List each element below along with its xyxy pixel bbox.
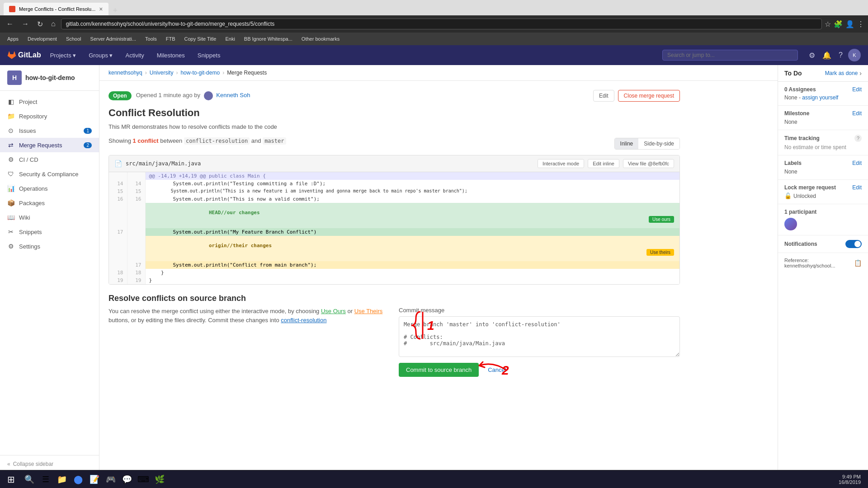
merge-requests-icon: ⇄ [7,141,14,149]
interactive-mode-button[interactable]: Interactive mode [538,159,584,168]
commit-to-source-button[interactable]: Commit to source branch [399,363,479,377]
breadcrumb-sep-3: › [222,70,224,76]
taskbar-git-icon[interactable]: 🌿 [152,472,167,473]
gitlab-logo[interactable]: GitLab [7,51,41,60]
bookmark-server-admin[interactable]: Server Administrati... [87,35,140,42]
use-ours-button[interactable]: Use ours [649,216,674,223]
sidebar-item-security-label: Security & Compliance [19,171,79,178]
active-tab[interactable]: Merge Conflicts - Conflict Resolu... × [4,3,108,15]
diff-file-name: src/main/java/Main.java [126,160,201,167]
nav-groups[interactable]: Groups ▾ [85,50,116,61]
inline-view-button[interactable]: Inline [615,138,639,149]
reload-button[interactable]: ↻ [34,18,46,30]
gitlab-logo-icon [7,51,16,60]
taskbar-taskview-icon[interactable]: ☰ [38,472,53,473]
bookmark-star-icon[interactable]: ☆ [825,20,831,28]
windows-start-button[interactable]: ⊞ [4,472,19,473]
taskbar-search-icon[interactable]: 🔍 [22,472,37,473]
taskbar-minecraft-icon[interactable]: 🎮 [104,472,118,473]
edit-mr-button[interactable]: Edit [593,90,614,102]
nav-projects[interactable]: Projects ▾ [47,50,80,61]
bookmark-ftb[interactable]: FTB [162,35,179,42]
table-row: 15 15 System.out.println("This is a new … [109,188,679,195]
side-by-side-view-button[interactable]: Side-by-side [638,138,679,149]
sidebar-header: H how-to-git-demo [0,65,99,91]
sidebar-item-issues[interactable]: ⊙ Issues 1 [0,123,99,138]
sidebar-item-operations[interactable]: 📊 Operations [0,181,99,196]
file-icon: 📄 [114,160,122,167]
use-ours-inline[interactable]: Use Ours [321,308,346,314]
mr-actions: Edit Close merge request [593,90,680,102]
sidebar-item-packages[interactable]: 📦 Packages [0,196,99,210]
view-file-button[interactable]: View file @8efb0fc [623,159,674,168]
lock-status: 🔓 Unlocked [784,192,862,199]
diff-header: 📄 src/main/java/Main.java Interactive mo… [109,155,679,172]
nav-bell-icon[interactable]: 🔔 [821,49,833,61]
sidebar-item-merge-requests[interactable]: ⇄ Merge Requests 2 [0,138,99,152]
sidebar-item-wiki[interactable]: 📖 Wiki [0,210,99,225]
sidebar-item-repository[interactable]: 📁 Repository [0,109,99,123]
sidebar-item-project[interactable]: ◧ Project [0,94,99,109]
breadcrumb-user[interactable]: kennethsohyq [108,70,142,76]
breadcrumb-current: Merge Requests [227,70,267,76]
taskbar-chrome-icon[interactable]: ⬤ [71,472,85,473]
nav-milestones[interactable]: Milestones [153,50,189,61]
notifications-toggle[interactable] [845,240,862,248]
user-avatar[interactable]: K [848,49,861,61]
menu-icon[interactable]: ⋮ [857,20,864,28]
mr-author-link[interactable]: Kenneth Soh [216,92,250,99]
edit-inline-button[interactable]: Edit inline [588,159,619,168]
assignees-edit-button[interactable]: Edit [852,86,862,93]
bookmark-copy-site-title[interactable]: Copy Site Title [181,35,220,42]
forward-button[interactable]: → [19,18,32,30]
profile-icon[interactable]: 👤 [845,20,854,28]
chevron-right-icon[interactable]: › [859,70,862,77]
home-button[interactable]: ⌂ [48,18,58,30]
lock-edit-button[interactable]: Edit [852,184,862,191]
sidebar-item-cicd[interactable]: ⚙ CI / CD [0,152,99,167]
time-tracking-help-icon[interactable]: ? [854,135,862,142]
bookmark-apps[interactable]: Apps [4,35,22,42]
bookmark-school[interactable]: School [62,35,85,42]
milestone-edit-button[interactable]: Edit [852,110,862,117]
taskbar-vscode-icon[interactable]: ⌨ [136,472,151,473]
taskbar-file-explorer-icon[interactable]: 📁 [55,472,69,473]
sidebar-item-settings[interactable]: ⚙ Settings [0,239,99,253]
breadcrumb-repo[interactable]: how-to-git-demo [180,70,220,76]
close-mr-button[interactable]: Close merge request [618,90,680,102]
bookmark-other[interactable]: Other bookmarks [298,35,343,42]
labels-edit-button[interactable]: Edit [852,160,862,166]
new-tab-button[interactable]: + [109,6,122,15]
sidebar-item-security-compliance[interactable]: 🛡 Security & Compliance [0,167,99,181]
nav-search-input[interactable] [662,50,798,61]
nav-config-icon[interactable]: ⚙ [807,49,817,61]
nav-snippets[interactable]: Snippets [194,50,224,61]
bookmark-bb-ignore[interactable]: BB Ignore Whitespa... [241,35,296,42]
mark-as-done-button[interactable]: Mark as done [825,70,858,76]
use-theirs-inline[interactable]: Use Theirs [354,308,383,314]
nav-help-icon[interactable]: ? [837,49,844,61]
sidebar-item-snippets-label: Snippets [19,229,42,235]
copy-reference-icon[interactable]: 📋 [854,259,862,267]
nav-activity[interactable]: Activity [122,50,148,61]
commit-message-textarea[interactable]: Merge branch 'master' into 'conflict-res… [399,316,680,357]
sidebar-item-operations-label: Operations [19,185,48,192]
taskbar-discord-icon[interactable]: 💬 [120,472,134,473]
bookmark-enki[interactable]: Enki [222,35,238,42]
taskbar-notepad-icon[interactable]: 📝 [87,472,102,473]
extensions-icon[interactable]: 🧩 [834,20,843,28]
breadcrumb-university[interactable]: University [150,70,174,76]
notifications-label: Notifications [784,241,817,247]
back-button[interactable]: ← [4,18,16,30]
branch-link[interactable]: conflict-resolution [281,317,326,324]
address-input[interactable] [61,19,822,29]
tab-close-button[interactable]: × [99,5,103,13]
bookmark-tools[interactable]: Tools [142,35,160,42]
sidebar-item-snippets[interactable]: ✂ Snippets [0,225,99,239]
commit-actions: Commit to source branch Cancel [399,363,680,377]
main-layout: H how-to-git-demo ◧ Project 📁 Repository… [0,65,868,473]
use-theirs-button[interactable]: Use theirs [646,249,674,256]
cancel-button[interactable]: Cancel [482,363,511,377]
assign-yourself-link[interactable]: assign yourself [802,94,838,101]
bookmark-development[interactable]: Development [24,35,61,42]
